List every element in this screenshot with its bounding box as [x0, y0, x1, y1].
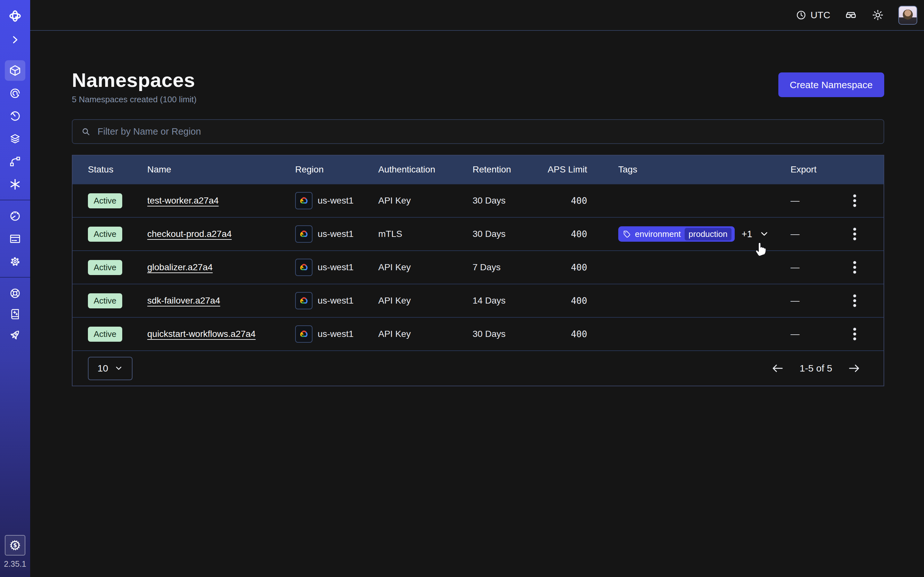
temporal-logo-icon — [8, 8, 23, 24]
avatar — [898, 6, 917, 25]
eye-spiral-icon — [8, 87, 22, 100]
create-namespace-button[interactable]: Create Namespace — [779, 73, 884, 97]
timer-icon — [8, 109, 22, 123]
auth-cell: mTLS — [378, 229, 473, 239]
chevron-down-icon — [115, 364, 123, 372]
tags-expand-button[interactable] — [759, 229, 769, 239]
row-actions-button[interactable] — [849, 257, 860, 277]
tag-key: environment — [635, 229, 681, 239]
asterisk-icon — [8, 177, 22, 191]
app-window: $ 2.35.1 UTC — [0, 0, 924, 577]
tags-cell: environment production +1 — [587, 226, 783, 242]
export-cell: — — [783, 295, 825, 306]
book-sparkle-icon — [8, 308, 22, 321]
region-label: us-west1 — [318, 295, 354, 306]
aps-limit-cell: 400 — [546, 262, 587, 273]
page-size-value: 10 — [97, 363, 108, 374]
sidebar-item-usage[interactable] — [5, 206, 25, 226]
kebab-menu-icon — [853, 260, 857, 274]
col-status: Status — [73, 164, 147, 175]
theme-toggle-button[interactable] — [871, 9, 884, 21]
sidebar-expand-button[interactable] — [5, 33, 25, 47]
pagination-bar: 10 1-5 of 5 — [73, 350, 884, 386]
filter-input[interactable] — [97, 126, 876, 137]
namespace-link[interactable]: globalizer.a27a4 — [147, 262, 213, 272]
aps-limit-cell: 400 — [546, 229, 587, 239]
page-size-select[interactable]: 10 — [88, 357, 132, 380]
gauge-icon — [8, 210, 22, 223]
retention-cell: 30 Days — [473, 229, 546, 239]
table-row: Active checkout-prod.a27a4 us-west1 mTLS — [73, 217, 884, 250]
sidebar-divider — [0, 200, 30, 200]
tag-more-count: +1 — [742, 229, 752, 239]
export-cell: — — [783, 229, 825, 239]
kebab-menu-icon — [853, 193, 857, 208]
app-version: 2.35.1 — [4, 559, 26, 569]
dollar-badge-icon: $ — [8, 538, 22, 552]
col-region: Region — [295, 164, 378, 175]
region-label: us-west1 — [318, 329, 354, 339]
sidebar-item-nexus[interactable] — [5, 174, 25, 195]
gcp-cloud-icon — [295, 192, 312, 210]
retention-cell: 30 Days — [473, 329, 546, 339]
arrow-left-icon — [771, 363, 784, 374]
branch-icon — [8, 155, 22, 168]
gear-icon — [8, 255, 22, 268]
tag-value: production — [685, 228, 731, 240]
next-page-button[interactable] — [848, 363, 861, 374]
sidebar-item-billing[interactable] — [5, 229, 25, 249]
sidebar-item-getting-started[interactable] — [5, 325, 25, 345]
status-badge: Active — [88, 327, 122, 342]
row-actions-button[interactable] — [849, 224, 860, 244]
table-row: Active quickstart-workflows.a27a4 us-wes… — [73, 317, 884, 350]
tag-pill[interactable]: environment production — [618, 226, 735, 242]
sidebar-item-namespaces[interactable] — [5, 60, 25, 81]
sidebar-item-batch-operations[interactable] — [5, 129, 25, 149]
browser-card-icon — [8, 232, 22, 245]
labs-toggle-button[interactable] — [845, 9, 857, 21]
rocket-icon — [8, 328, 22, 342]
sidebar-item-deployments[interactable] — [5, 151, 25, 172]
svg-text:$: $ — [13, 542, 17, 548]
arrow-right-icon — [848, 363, 861, 374]
sidebar-item-workflows[interactable] — [5, 83, 25, 103]
col-aps-limit: APS Limit — [546, 164, 587, 175]
col-authentication: Authentication — [378, 164, 473, 175]
retention-cell: 14 Days — [473, 295, 546, 306]
page-title: Namespaces — [72, 69, 884, 91]
status-badge: Active — [88, 293, 122, 308]
sidebar-item-schedules[interactable] — [5, 106, 25, 126]
row-actions-button[interactable] — [849, 290, 860, 311]
gcp-cloud-icon — [295, 326, 312, 343]
tag-icon — [623, 230, 631, 238]
col-tags: Tags — [587, 164, 783, 175]
aps-limit-cell: 400 — [546, 295, 587, 306]
export-cell: — — [783, 329, 825, 339]
filter-bar — [72, 119, 884, 144]
namespace-link[interactable]: checkout-prod.a27a4 — [147, 229, 232, 239]
sidebar-divider — [0, 277, 30, 277]
retention-cell: 7 Days — [473, 262, 546, 272]
col-retention: Retention — [473, 164, 546, 175]
kebab-menu-icon — [853, 293, 857, 308]
kebab-menu-icon — [853, 227, 857, 241]
aps-limit-cell: 400 — [546, 195, 587, 206]
sidebar-item-settings[interactable] — [5, 251, 25, 272]
auth-cell: API Key — [378, 329, 473, 339]
namespaces-table: Status Name Region Authentication Retent… — [72, 155, 884, 386]
namespace-link[interactable]: sdk-failover.a27a4 — [147, 295, 220, 306]
region-label: us-west1 — [318, 262, 354, 272]
previous-page-button[interactable] — [771, 363, 784, 374]
namespace-link[interactable]: test-worker.a27a4 — [147, 195, 219, 205]
sidebar-item-support[interactable] — [5, 283, 25, 303]
table-header-row: Status Name Region Authentication Retent… — [73, 155, 884, 184]
row-actions-button[interactable] — [849, 324, 860, 344]
user-menu-button[interactable] — [898, 6, 917, 25]
export-cell: — — [783, 195, 825, 206]
export-cell: — — [783, 262, 825, 272]
sidebar-item-docs[interactable] — [5, 304, 25, 324]
timezone-selector[interactable]: UTC — [796, 10, 830, 21]
row-actions-button[interactable] — [849, 190, 860, 211]
pricing-plan-button[interactable]: $ — [5, 535, 25, 556]
namespace-link[interactable]: quickstart-workflows.a27a4 — [147, 329, 256, 339]
